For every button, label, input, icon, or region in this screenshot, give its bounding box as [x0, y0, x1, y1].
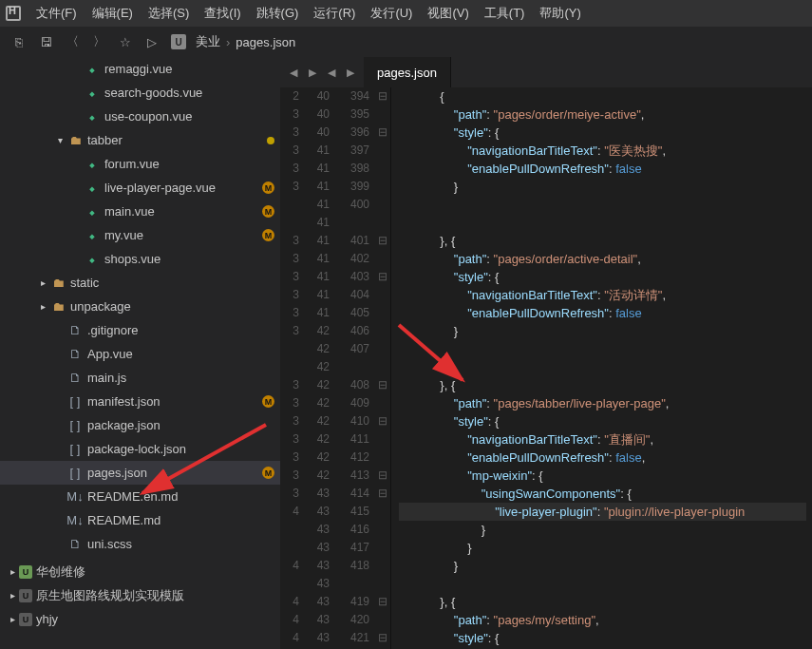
file-icon: 🗋 — [66, 323, 84, 337]
tree-label: live-player-page.vue — [104, 181, 258, 195]
tree-row[interactable]: [ ]package-lock.json — [0, 437, 280, 461]
menu-item[interactable]: 选择(S) — [141, 5, 197, 22]
tree-row[interactable]: 🗋main.js — [0, 366, 280, 390]
tree-row[interactable]: ⬥main.vueM — [0, 200, 280, 223]
chevron-right-icon[interactable]: ▸ — [6, 614, 19, 624]
code-line[interactable]: } — [399, 178, 812, 196]
breadcrumb-file[interactable]: pages.json — [236, 35, 295, 49]
code-line[interactable]: "style": { — [399, 629, 812, 647]
breadcrumb-project[interactable]: 美业 — [196, 33, 220, 50]
tab-list-back-icon[interactable]: ◀ — [324, 67, 339, 79]
chevron-right-icon[interactable]: ▸ — [36, 301, 49, 312]
tree-row[interactable]: ⬥search-goods.vue — [0, 81, 280, 105]
save-icon[interactable]: 🖫 — [32, 29, 59, 55]
chevron-right-icon[interactable]: ▸ — [36, 277, 49, 288]
code-line[interactable]: } — [399, 322, 812, 340]
menu-item[interactable]: 查找(I) — [197, 5, 248, 22]
breadcrumb-sep-icon: › — [226, 35, 230, 49]
folder-icon: 🖿 — [66, 133, 84, 147]
project-row[interactable]: ▸U原生地图路线规划实现模版 — [0, 583, 280, 607]
tree-row[interactable]: 🗋.gitignore — [0, 318, 280, 342]
project-row[interactable]: ▸U华创维修 — [0, 560, 280, 583]
code-line[interactable] — [399, 196, 812, 214]
code-line[interactable]: }, { — [399, 376, 812, 394]
code-line[interactable]: { — [399, 87, 812, 105]
tree-row[interactable]: ▸🖿unpackage — [0, 295, 280, 318]
tree-row[interactable]: ⬥use-coupon.vue — [0, 105, 280, 128]
menu-item[interactable]: 文件(F) — [28, 5, 85, 22]
tree-row[interactable]: ⬥my.vueM — [0, 223, 280, 247]
code-line[interactable]: } — [399, 539, 812, 557]
tree-row[interactable]: [ ]package.json — [0, 413, 280, 437]
code-line[interactable]: "enablePullDownRefresh": false, — [399, 449, 812, 467]
menu-item[interactable]: 运行(R) — [306, 5, 363, 22]
code-line[interactable]: "enablePullDownRefresh": false — [399, 304, 812, 322]
tree-row[interactable]: M↓README.md — [0, 508, 280, 532]
code-area[interactable]: 23333333333333333334444444444444 4040404… — [280, 87, 812, 649]
code-line[interactable]: "path": "pages/my/setting", — [399, 611, 812, 629]
tab-pages-json[interactable]: pages.json — [364, 57, 451, 87]
tree-row[interactable]: [ ]pages.jsonM — [0, 461, 280, 485]
tree-row[interactable]: [ ]manifest.jsonM — [0, 390, 280, 413]
tab-history-back-icon[interactable]: ◀ — [286, 67, 301, 79]
code-line[interactable]: "path": "pages/order/active-detail", — [399, 250, 812, 268]
code-line[interactable]: "mp-weixin": { — [399, 467, 812, 485]
json-icon: [ ] — [66, 418, 84, 432]
code-line[interactable] — [399, 358, 812, 376]
nav-back-icon[interactable]: 〈 — [59, 29, 85, 55]
code-line[interactable]: "navigationBarTitleText": "活动详情", — [399, 286, 812, 304]
star-icon[interactable]: ☆ — [112, 29, 139, 55]
nav-forward-icon[interactable]: 〉 — [85, 29, 112, 55]
scss-icon: 🗋 — [66, 537, 84, 551]
file-explorer[interactable]: ⬥remaggi.vue⬥search-goods.vue⬥use-coupon… — [0, 57, 280, 649]
play-icon[interactable]: ▷ — [139, 29, 165, 55]
chevron-right-icon[interactable]: ▸ — [6, 566, 19, 577]
code-line[interactable]: "usingSwanComponents": { — [399, 485, 812, 503]
code-line[interactable]: "live-player-plugin": "plugin://live-pla… — [399, 503, 812, 521]
js-icon: 🗋 — [66, 371, 84, 385]
code-line[interactable]: "style": { — [399, 268, 812, 286]
menu-item[interactable]: 视图(V) — [420, 5, 476, 22]
code-line[interactable]: "path": "pages/tabber/live-player-page", — [399, 394, 812, 412]
code-line[interactable]: }, { — [399, 593, 812, 611]
menu-item[interactable]: 帮助(Y) — [532, 5, 588, 22]
tree-row[interactable]: 🗋uni.scss — [0, 532, 280, 556]
minimap[interactable] — [806, 87, 812, 649]
code-line[interactable] — [399, 340, 812, 358]
tree-label: manifest.json — [87, 394, 258, 409]
chevron-down-icon[interactable]: ▾ — [53, 135, 66, 145]
code-line[interactable]: }, { — [399, 232, 812, 250]
menu-item[interactable]: 跳转(G) — [249, 5, 307, 22]
code-line[interactable]: "style": { — [399, 124, 812, 142]
chevron-right-icon[interactable]: ▸ — [6, 590, 19, 601]
code-line[interactable]: "path": "pages/order/meiye-active", — [399, 105, 812, 124]
code-line[interactable] — [399, 214, 812, 232]
code-line[interactable]: } — [399, 557, 812, 575]
tree-row[interactable]: 🗋App.vue — [0, 342, 280, 366]
tab-list-fwd-icon[interactable]: ▶ — [343, 67, 358, 79]
toolbar-icon-1[interactable]: ⎘ — [6, 29, 32, 55]
menu-item[interactable]: 发行(U) — [363, 5, 420, 22]
menu-item[interactable]: 编辑(E) — [85, 5, 141, 22]
vue-icon: ⬥ — [84, 252, 101, 266]
code-line[interactable]: "navigationBarTitleText": "直播间", — [399, 430, 812, 449]
tree-row[interactable]: ▾🖿tabber — [0, 128, 280, 152]
tree-label: pages.json — [87, 466, 258, 480]
tree-row[interactable]: ▸🖿static — [0, 271, 280, 295]
tree-row[interactable]: ⬥shops.vue — [0, 247, 280, 271]
tree-row[interactable]: ⬥live-player-page.vueM — [0, 176, 280, 200]
tree-row[interactable]: ⬥forum.vue — [0, 152, 280, 176]
tree-row[interactable]: ⬥remaggi.vue — [0, 57, 280, 81]
tab-history-fwd-icon[interactable]: ▶ — [305, 67, 320, 79]
menu-item[interactable]: 工具(T) — [477, 5, 533, 22]
code-line[interactable]: } — [399, 521, 812, 539]
code-line[interactable]: "navigationBarTitleText": "医美热搜", — [399, 142, 812, 160]
tree-label: package.json — [87, 418, 274, 432]
project-icon: U — [19, 613, 32, 626]
editor: ◀ ▶ ◀ ▶ pages.json 233333333333333333344… — [280, 57, 812, 649]
tree-row[interactable]: M↓README.en.md — [0, 485, 280, 508]
code-line[interactable]: "style": { — [399, 412, 812, 430]
code-line[interactable]: "enablePullDownRefresh": false — [399, 160, 812, 178]
project-row[interactable]: ▸Uyhjy — [0, 607, 280, 631]
code-line[interactable] — [399, 575, 812, 593]
